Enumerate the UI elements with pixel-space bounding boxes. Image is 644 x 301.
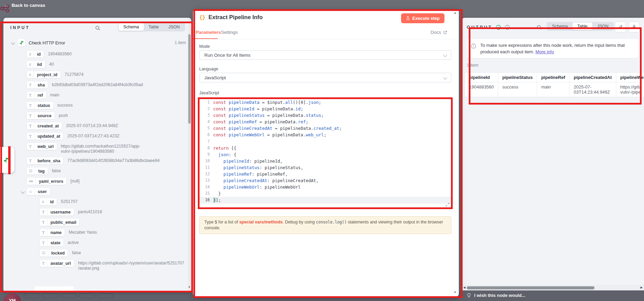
more-info-link[interactable]: More info [535,49,554,54]
schema-key: iid [34,61,45,68]
schema-key-pill[interactable]: Tcreated_at [27,122,62,129]
back-to-canvas-button[interactable]: ← Back to canvas [4,2,45,8]
code-line[interactable]: 10 pipelineId: pipelineId, [200,158,451,164]
active-tab-underline [193,38,218,39]
schema-key-pill[interactable]: Tstatus [27,102,53,109]
chevron-down-icon[interactable] [11,41,15,44]
code-line[interactable]: 3const pipelineStatus = pipelineData.sta… [200,112,451,119]
string-type-icon: T [27,81,35,88]
code-line[interactable]: 2const pipelineId = pipelineData.id; [200,106,451,112]
code-line[interactable]: 6const pipelineWebUrl = pipelineData.web… [200,132,451,138]
schema-key-pill[interactable]: Tsha [27,81,48,88]
special-vars-link[interactable]: special vars/methods [239,220,283,224]
tab-output-json[interactable]: JSON [592,23,613,30]
schema-key-pill[interactable]: Tref [27,92,46,99]
pin-data-button[interactable] [629,22,640,32]
schema-key: status [35,102,53,109]
schema-row: ☑tagfalse [3,167,188,175]
schema-value: https://gitlab.com/hackathon1215527/app-… [61,144,140,154]
tab-input-schema[interactable]: Schema [119,23,144,31]
mode-select[interactable]: Run Once for All Items [199,50,451,60]
canvas-pill [34,286,64,291]
input-scrollbar[interactable] [188,34,191,124]
tab-output-schema[interactable]: Schema [547,23,573,30]
schema-key-pill[interactable]: Tsource [27,112,55,119]
schema-key-pill[interactable]: #project_id [27,71,60,78]
hint-text: . Debug by using [283,220,316,224]
schema-key-pill[interactable]: ☑tag [27,167,48,175]
code-editor-label: JavaScript [199,91,219,95]
schema-key-pill[interactable]: Tavatar_url [40,260,74,267]
wish-node-button[interactable]: I wish this node would... [467,293,525,298]
hscroll-thumb[interactable] [467,286,594,289]
search-icon[interactable] [95,25,100,31]
code-line[interactable]: 1const pipelineData = $input.all()[0].js… [200,99,451,106]
schema-key-pill[interactable]: ☑locked [40,249,68,257]
code-line[interactable]: 13 pipelineCreatedAt: pipelineCreatedAt, [200,177,451,184]
screen: ← Back to canvas YM INPUT SchemaTableJSO… [0,0,644,301]
schema-key: user [35,188,50,195]
string-type-icon: T [40,239,47,246]
schema-key-pill[interactable]: #id [40,198,57,205]
canvas-ghost-button [79,293,95,298]
scroll-up-arrow-icon[interactable]: ▲ [454,11,456,14]
code-line[interactable]: 14 pipelineWebUrl: pipelineWebUrl [200,184,451,190]
search-icon[interactable] [536,25,542,30]
docs-link[interactable]: Docs [430,30,447,35]
schema-key: public_email [47,219,80,226]
scroll-right-arrow-icon[interactable]: ▶ [641,286,643,289]
schema-key: created_at [35,122,62,129]
info-circle-icon[interactable] [505,25,510,30]
schema-key-pill[interactable]: #id [27,51,44,58]
code-line[interactable]: 9 json: { [200,151,451,158]
tab-parameters[interactable]: Parameters [196,30,221,35]
output-hscrollbar[interactable]: ◀ ▶ [462,285,644,290]
schema-key-pill[interactable]: Tweb_url [27,143,57,150]
schema-key: tag [35,167,48,175]
input-node-name: Check HTTP Error [29,40,171,45]
code-line[interactable]: 11 pipelineStatus: pipelineStatus, [200,164,451,171]
line-number: 8 [200,145,213,151]
code-line[interactable]: 4const pipelineRef = pipelineData.ref; [200,119,451,125]
scroll-down-arrow-icon[interactable]: ▼ [188,286,191,289]
chevron-down-icon[interactable] [21,190,25,193]
node-title: Extract Pipeline Info [208,14,263,20]
schema-key-pill[interactable]: Tname [40,229,65,236]
schema-row: Tavatar_urlhttps://gitlab.com/uploads/-/… [3,260,188,271]
collapsed-node-tab[interactable] [0,147,14,173]
code-line[interactable]: 7 [200,138,451,145]
code-line[interactable]: 16}]; [200,197,451,203]
edit-output-button[interactable] [615,22,626,32]
schema-key-pill[interactable]: Tstate [40,239,64,246]
code-line[interactable]: 5const pipelineCreatedAt = pipelineData.… [200,125,451,132]
code-line[interactable]: 15 } [200,190,451,197]
chevron-down-icon [443,76,447,79]
schema-key-pill[interactable]: Tupdated_at [27,133,63,140]
input-node-row[interactable]: Check HTTP Error 1 item [12,39,186,46]
execute-step-button[interactable]: Execute step [401,13,444,23]
language-select[interactable]: JavaScript [199,73,451,82]
string-type-icon: T [27,92,35,99]
expand-editor-icon[interactable] [446,203,450,207]
schema-key-pill[interactable]: Tbefore_sha [27,157,63,164]
schema-key-pill[interactable]: #iid [27,61,45,68]
code-editor[interactable]: 1const pipelineData = $input.all()[0].js… [199,97,451,208]
modal-tabs: Docs ParametersSettings [193,28,459,39]
input-tabs: SchemaTableJSON [118,23,185,31]
tab-output-table[interactable]: Table [573,23,592,30]
scroll-down-arrow-icon[interactable]: ▼ [454,291,456,294]
scroll-left-arrow-icon[interactable]: ◀ [463,286,465,289]
code-line[interactable]: 12 pipelineRef: pipelineRef, [200,171,451,177]
schema-key-pill[interactable]: Tusername [40,208,74,216]
schema-key: id [47,198,57,205]
tab-input-table[interactable]: Table [144,23,164,31]
schema-key: avatar_url [47,260,74,267]
schema-row: Tshab2b93dbd03d03973a4f1bd2062a84f4cb3fc… [3,81,188,88]
tab-settings[interactable]: Settings [221,30,238,35]
schema-key-pill[interactable]: ◇user [27,188,50,195]
schema-row: Trefmain [3,92,188,99]
tab-input-json[interactable]: JSON [164,23,184,31]
schema-key-pill[interactable]: Tpublic_email [40,219,79,226]
schema-key-pill[interactable]: AByaml_errors [27,178,66,185]
code-line[interactable]: 8return [{ [200,145,451,151]
